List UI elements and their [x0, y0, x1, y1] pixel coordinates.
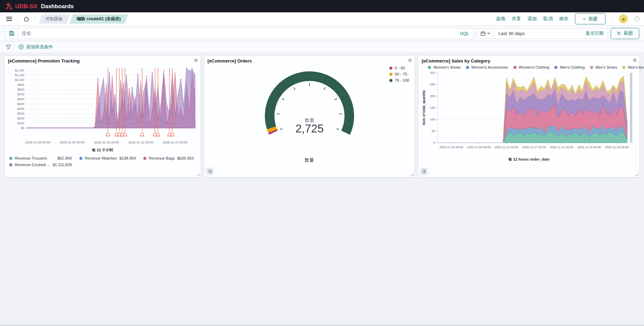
svg-text:Sum of total_quantity: Sum of total_quantity — [422, 90, 426, 125]
svg-text:100: 100 — [430, 118, 435, 121]
x-axis-title: 每 12 hours order_date — [421, 157, 637, 162]
filter-bar: 添加筛选条件 — [0, 41, 644, 53]
legend-toggle-icon[interactable] — [206, 167, 214, 175]
panel-title: [eCommerce] Promotion Tracking — [7, 57, 198, 65]
breadcrumb-editing-current[interactable]: 编辑 create01 (未保存) — [70, 14, 128, 24]
legend-value: $62.969 — [57, 156, 74, 160]
panel-title: [eCommerce] Sales by Category — [421, 57, 637, 65]
divider — [612, 15, 612, 22]
resize-handle-icon[interactable] — [196, 173, 199, 176]
filter-funnel-icon[interactable] — [6, 45, 11, 49]
svg-text:2025-11-05 00:00: 2025-11-05 00:00 — [440, 145, 463, 149]
nav-action-share[interactable]: 共享 — [512, 16, 521, 22]
legend-value: $1,111.828 — [53, 163, 74, 167]
svg-text:2025-11-17 00:00: 2025-11-17 00:00 — [522, 145, 546, 149]
refresh-icon: ↻ — [617, 31, 621, 36]
sales-by-category-chart[interactable]: 0501001502002503002025-11-05 00:002025-1… — [421, 69, 637, 156]
resize-handle-icon[interactable] — [635, 173, 638, 176]
legend-item[interactable]: Women's Shoes — [428, 65, 461, 69]
svg-text:$600: $600 — [18, 97, 24, 101]
svg-text:$100: $100 — [18, 121, 24, 125]
date-picker: Last 30 days 显示日期 — [477, 28, 608, 39]
plus-circle-icon — [19, 44, 24, 49]
legend-item[interactable]: Women's Clothing — [513, 65, 549, 69]
resize-handle-icon[interactable] — [410, 173, 413, 176]
svg-text:$1,000: $1,000 — [15, 78, 24, 82]
legend-item[interactable]: 0 - 50 — [389, 66, 409, 70]
add-filter-button[interactable]: 添加筛选条件 — [16, 44, 55, 50]
chart-legend: Revenue Trousers$62.969Revenue Watches$1… — [7, 153, 198, 167]
dashboard-grid: [eCommerce] Promotion Tracking ⚙ $0$100$… — [0, 53, 644, 180]
legend-dot-icon — [554, 66, 557, 69]
svg-text:2025-11-21 00:00: 2025-11-21 00:00 — [128, 141, 153, 144]
menu-hamburger-icon[interactable] — [4, 15, 14, 23]
svg-text:$700: $700 — [18, 93, 24, 96]
legend-dot-icon — [9, 163, 12, 166]
breadcrumb-dashboards[interactable]: 控制面板 — [39, 14, 70, 24]
svg-text:$1,200: $1,200 — [15, 69, 24, 72]
legend-label: Revenue Trousers — [15, 156, 47, 160]
nav-action-save[interactable]: 保存 — [559, 16, 568, 22]
refresh-button[interactable]: ↻ 刷新 — [611, 28, 639, 39]
help-icon[interactable]: ? — [634, 16, 640, 22]
legend-item[interactable]: Revenue Watches$138.969 — [79, 156, 138, 160]
nav-row: 控制面板 编辑 create01 (未保存) 选项共享添加取消保存 + 新建 a… — [0, 12, 644, 26]
legend-item[interactable]: Revenue Bags$635.953 — [143, 156, 196, 160]
home-icon[interactable] — [21, 15, 32, 23]
legend-item[interactable]: Women's Accessories — [466, 65, 508, 69]
legend-value: $635.953 — [177, 156, 196, 160]
svg-text:$500: $500 — [18, 102, 24, 106]
legend-label: Women's Clothing — [519, 65, 549, 69]
legend-item[interactable]: Men's Accessories — [622, 65, 644, 69]
orders-gauge-chart[interactable]: 数量2,725 — [207, 65, 412, 152]
nav-action-options[interactable]: 选项 — [496, 16, 505, 22]
calendar-dropdown-button[interactable] — [477, 28, 494, 38]
legend-item[interactable]: Men's Clothing — [554, 65, 585, 69]
nav-action-add[interactable]: 添加 — [528, 16, 537, 22]
query-language-button[interactable]: DQL — [456, 31, 474, 36]
legend-label: 0 - 50 — [395, 66, 405, 70]
legend-dot-icon — [466, 66, 469, 69]
legend-item[interactable]: 75 - 100 — [389, 78, 409, 82]
legend-dot-icon — [389, 67, 392, 70]
time-range-value[interactable]: Last 30 days — [494, 31, 529, 36]
legend-toggle-icon[interactable] — [420, 167, 428, 175]
calendar-icon — [480, 31, 486, 36]
legend-label: Men's Accessories — [628, 65, 644, 69]
query-input-box: DQL — [5, 28, 474, 39]
new-button[interactable]: + 新建 — [575, 13, 606, 24]
legend-label: Revenue Bags — [149, 156, 175, 160]
panel-title: [eCommerce] Orders — [207, 57, 412, 65]
svg-text:$200: $200 — [18, 117, 24, 120]
svg-text:0: 0 — [433, 141, 435, 144]
new-button-label: 新建 — [588, 16, 598, 22]
svg-text:$0: $0 — [21, 126, 24, 130]
legend-item[interactable]: Revenue Cocktail ...$1,111.828 — [9, 163, 74, 167]
svg-text:2025-11-25 00:00: 2025-11-25 00:00 — [577, 145, 601, 149]
brand-name: UDB-SX — [15, 3, 37, 10]
divider — [35, 15, 35, 22]
gauge-bottom-label: 数量 — [207, 157, 412, 163]
plus-icon: + — [583, 16, 586, 22]
user-avatar[interactable]: a — [619, 14, 628, 23]
gauge-legend: 0 - 5050 - 7575 - 100 — [389, 66, 409, 82]
legend-item[interactable]: Men's Shoes — [590, 65, 617, 69]
legend-label: Revenue Cocktail ... — [15, 163, 50, 167]
show-dates-button[interactable]: 显示日期 — [584, 30, 608, 37]
nav-action-cancel[interactable]: 取消 — [543, 16, 553, 22]
svg-text:250: 250 — [430, 83, 435, 86]
svg-text:$300: $300 — [18, 112, 24, 115]
panel-gear-icon[interactable]: ⚙ — [632, 57, 638, 63]
bottom-strip — [0, 325, 644, 326]
legend-dot-icon — [428, 66, 431, 69]
legend-item[interactable]: Revenue Trousers$62.969 — [9, 156, 74, 160]
saved-query-icon[interactable] — [5, 28, 18, 39]
svg-text:2025-11-21 00:00: 2025-11-21 00:00 — [550, 145, 574, 149]
panel-gear-icon[interactable]: ⚙ — [407, 57, 413, 63]
legend-item[interactable]: 50 - 75 — [389, 72, 409, 76]
refresh-label: 刷新 — [624, 30, 633, 36]
panel-gear-icon[interactable]: ⚙ — [193, 57, 199, 63]
promotion-tracking-chart[interactable]: $0$100$200$300$400$500$600$700$800$900$1… — [7, 65, 198, 147]
search-input[interactable] — [18, 31, 456, 36]
svg-text:2025-11-09 00:00: 2025-11-09 00:00 — [60, 141, 85, 144]
